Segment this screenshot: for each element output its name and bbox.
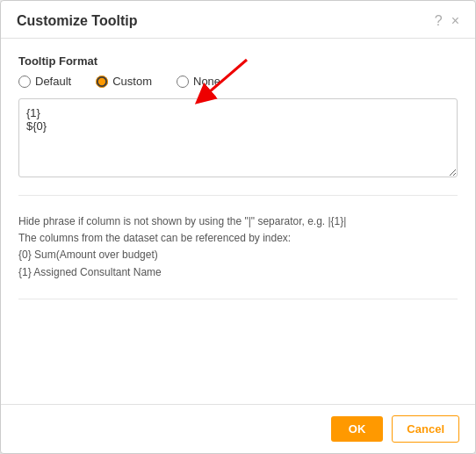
tooltip-format-section: Tooltip Format Default Custom None bbox=[18, 54, 458, 88]
radio-none-label: None bbox=[193, 75, 220, 88]
dialog-header-icons: ? × bbox=[435, 13, 459, 29]
radio-option-default[interactable]: Default bbox=[18, 75, 71, 88]
tooltip-format-label: Tooltip Format bbox=[18, 54, 458, 68]
cancel-button[interactable]: Cancel bbox=[392, 415, 459, 443]
ok-button[interactable]: OK bbox=[331, 416, 384, 442]
radio-option-custom[interactable]: Custom bbox=[96, 75, 152, 88]
radio-default-label: Default bbox=[35, 75, 71, 88]
radio-custom[interactable] bbox=[96, 76, 108, 88]
divider-2 bbox=[18, 299, 458, 299]
hint-line3: {0} Sum(Amount over budget) bbox=[18, 247, 458, 263]
radio-none[interactable] bbox=[177, 76, 189, 88]
dialog-header: Customize Tooltip ? × bbox=[1, 1, 475, 39]
hint-text: Hide phrase if column is not shown by us… bbox=[18, 213, 458, 281]
hint-line4: {1} Assigned Consultant Name bbox=[18, 264, 458, 281]
help-icon[interactable]: ? bbox=[435, 13, 443, 29]
hint-line2: The columns from the dataset can be refe… bbox=[18, 230, 458, 247]
hint-line1: Hide phrase if column is not shown by us… bbox=[18, 213, 458, 230]
dialog-footer: OK Cancel bbox=[1, 404, 475, 453]
radio-custom-label: Custom bbox=[112, 75, 152, 88]
dialog-body: Tooltip Format Default Custom None {1} $… bbox=[1, 39, 475, 404]
divider-1 bbox=[18, 195, 458, 196]
dialog-title: Customize Tooltip bbox=[17, 13, 137, 29]
close-icon[interactable]: × bbox=[451, 13, 459, 29]
customize-tooltip-dialog: Customize Tooltip ? × Tooltip Format Def… bbox=[0, 0, 476, 454]
radio-default[interactable] bbox=[18, 76, 31, 88]
radio-group: Default Custom None bbox=[18, 75, 458, 88]
radio-option-none[interactable]: None bbox=[177, 75, 220, 88]
tooltip-textarea[interactable]: {1} ${0} bbox=[18, 98, 458, 177]
